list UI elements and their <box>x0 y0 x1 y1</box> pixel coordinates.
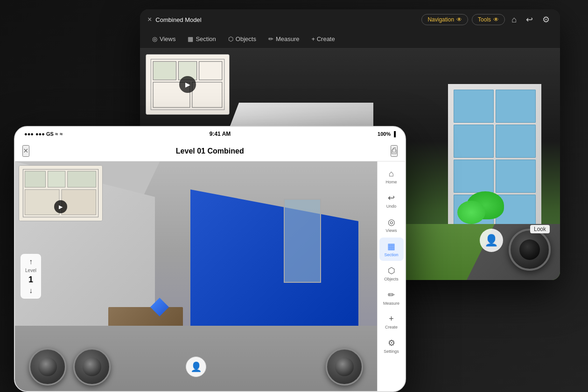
measure-label: Measure <box>383 301 399 306</box>
mobile-device: ●●● ●●● GS ≈ ≈ 9:41 AM 100% ▐ × Level 01… <box>14 126 406 392</box>
sidebar-item-create[interactable]: + Create <box>379 310 404 333</box>
home-label: Home <box>385 180 397 184</box>
create-tool[interactable]: + Create <box>307 33 339 45</box>
close-icon: × <box>147 15 152 24</box>
minimap-mobile-play[interactable]: ▶ <box>54 200 67 213</box>
svg-rect-11 <box>25 171 45 187</box>
wifi-icon: ≈ <box>60 131 63 137</box>
status-right: 100% ▐ <box>378 131 396 137</box>
views-icon: ◎ <box>152 35 157 42</box>
mobile-sidebar: ⌂ Home ↩ Undo ◎ Views ▦ Section ⬡ Object… <box>377 161 405 391</box>
undo-button[interactable]: ↩ <box>523 14 536 26</box>
settings-label: Settings <box>384 349 399 354</box>
blue-wall <box>190 189 358 348</box>
objects-label: Objects <box>384 277 399 281</box>
door-frame <box>284 199 321 283</box>
tools-label: Tools <box>478 16 491 23</box>
views-label: Views <box>386 228 397 233</box>
objects-icon: ⬡ <box>228 35 233 42</box>
carrier-label: ●●● GS ≈ <box>35 131 58 137</box>
mobile-content: ▶ ↑ Level 1 ↓ 👤 <box>15 161 405 391</box>
sidebar-item-objects[interactable]: ⬡ Objects <box>379 262 404 285</box>
sidebar-item-measure[interactable]: ✏ Measure <box>379 286 404 309</box>
sidebar-item-undo[interactable]: ↩ Undo <box>379 189 404 212</box>
joystick-left2[interactable] <box>73 348 111 385</box>
mobile-status-bar: ●●● ●●● GS ≈ ≈ 9:41 AM 100% ▐ <box>15 127 405 141</box>
nav-joystick[interactable] <box>509 229 551 271</box>
undo-label: Undo <box>386 204 397 209</box>
sidebar-item-settings[interactable]: ⚙ Settings <box>379 334 404 357</box>
signal-icon: ●●● <box>24 131 34 137</box>
measure-label: Measure <box>276 35 300 42</box>
level-number: 1 <box>28 275 33 285</box>
joystick-left2-inner <box>83 357 101 376</box>
objects-tool[interactable]: ⬡ Objects <box>224 33 261 45</box>
navigation-label: Navigation <box>427 16 454 23</box>
section-label: Section <box>196 35 216 42</box>
create-icon: + <box>389 314 394 324</box>
mobile-titlebar: × Level 01 Combined ⎙ <box>15 141 405 161</box>
svg-rect-12 <box>48 171 65 187</box>
measure-icon: ✏ <box>388 290 395 300</box>
look-label: Look <box>530 225 550 233</box>
objects-icon: ⬡ <box>388 266 395 276</box>
avatar-button[interactable]: 👤 <box>480 229 503 252</box>
svg-rect-15 <box>62 189 96 215</box>
desktop-toolbar-right: Navigation 👁 Tools 👁 ⌂ ↩ ⚙ <box>421 14 553 26</box>
joystick-left[interactable] <box>29 348 66 385</box>
status-time: 9:41 AM <box>210 131 231 137</box>
minimap-mobile: ▶ <box>19 165 103 221</box>
mobile-close-button[interactable]: × <box>22 145 29 157</box>
minimap-desktop: ▶ <box>146 54 230 115</box>
status-left: ●●● ●●● GS ≈ ≈ <box>24 131 63 137</box>
level-up-button[interactable]: ↑ <box>29 258 33 266</box>
mobile-avatar-button[interactable]: 👤 <box>186 357 206 377</box>
mobile-share-button[interactable]: ⎙ <box>391 145 398 157</box>
section-label: Section <box>384 252 398 257</box>
battery-label: 100% <box>378 131 391 137</box>
joystick-right-inner <box>335 357 354 376</box>
level-down-button[interactable]: ↓ <box>29 287 33 295</box>
joystick-left-inner <box>38 357 57 376</box>
tools-eye-icon: 👁 <box>493 16 499 23</box>
green-blob-2 <box>457 201 485 224</box>
navigation-button[interactable]: Navigation 👁 <box>421 14 468 25</box>
settings-icon: ⚙ <box>388 338 395 348</box>
sidebar-item-views[interactable]: ◎ Views <box>379 213 404 237</box>
nav-joystick-area: 👤 <box>480 229 551 271</box>
mobile-3d-view: ▶ ↑ Level 1 ↓ 👤 <box>15 161 377 391</box>
tools-button[interactable]: Tools 👁 <box>472 14 505 25</box>
level-control: ↑ Level 1 ↓ <box>21 254 41 299</box>
section-tool[interactable]: ▦ Section <box>183 33 220 45</box>
settings-button[interactable]: ⚙ <box>539 14 553 26</box>
home-button[interactable]: ⌂ <box>509 14 519 26</box>
sidebar-item-section[interactable]: ▦ Section <box>379 238 404 261</box>
measure-tool[interactable]: ✏ Measure <box>264 33 304 45</box>
sidebar-item-home[interactable]: ⌂ Home <box>379 165 404 188</box>
section-icon: ▦ <box>387 241 395 252</box>
objects-label: Objects <box>236 35 256 42</box>
views-tool[interactable]: ◎ Views <box>147 33 180 45</box>
mobile-title: Level 01 Combined <box>176 147 244 155</box>
close-button[interactable]: × Combined Model <box>147 15 202 24</box>
gem-shape <box>150 298 169 316</box>
level-label: Level <box>25 268 36 273</box>
create-label: + Create <box>311 35 335 42</box>
blue-gem <box>150 298 169 316</box>
desktop-titlebar: × Combined Model Navigation 👁 Tools 👁 ⌂ … <box>140 9 560 30</box>
svg-rect-13 <box>68 171 96 187</box>
desktop-title: Combined Model <box>155 16 201 23</box>
home-icon: ⌂ <box>389 169 394 179</box>
undo-icon: ↩ <box>388 193 395 203</box>
create-label: Create <box>385 325 398 329</box>
minimap-play-btn[interactable]: ▶ <box>179 76 196 93</box>
views-icon: ◎ <box>388 217 395 227</box>
desktop-second-toolbar: ◎ Views ▦ Section ⬡ Objects ✏ Measure + … <box>140 30 560 49</box>
battery-icon: ▐ <box>392 131 396 137</box>
joystick-inner <box>519 239 540 260</box>
section-icon: ▦ <box>188 35 193 42</box>
svg-rect-14 <box>25 189 59 215</box>
joystick-right[interactable] <box>326 348 363 385</box>
svg-rect-7 <box>154 62 175 79</box>
eye-icon: 👁 <box>456 16 462 23</box>
